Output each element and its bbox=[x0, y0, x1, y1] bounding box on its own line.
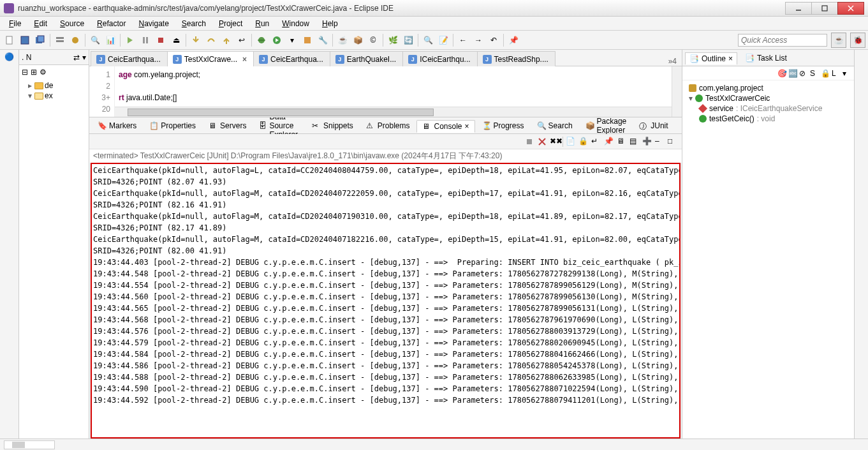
outline-tab-outline[interactable]: 📑Outline × bbox=[685, 52, 737, 64]
menu-window[interactable]: Window bbox=[276, 18, 316, 29]
menu-refactor[interactable]: Refactor bbox=[91, 18, 132, 29]
open-console-icon[interactable]: ▤ bbox=[629, 137, 640, 147]
quick-access-input[interactable] bbox=[738, 34, 827, 47]
pin-icon[interactable]: 📌 bbox=[506, 33, 520, 47]
editor-tab[interactable]: JEarthQuakeI... bbox=[330, 51, 403, 66]
editor-horizontal-scrollbar[interactable] bbox=[115, 107, 672, 117]
save-icon[interactable] bbox=[18, 33, 32, 47]
tab-markers[interactable]: 🔖Markers bbox=[92, 119, 142, 132]
new-package-icon[interactable]: 📦 bbox=[351, 33, 365, 47]
editor-tab[interactable]: JCeicEarthqua... bbox=[253, 51, 330, 66]
run-configs-icon[interactable]: ▾ bbox=[285, 33, 299, 47]
tree-item-ex[interactable]: ▾ex bbox=[20, 91, 87, 101]
remove-launch-icon[interactable] bbox=[537, 137, 547, 147]
close-button[interactable] bbox=[837, 2, 864, 15]
save-all-icon[interactable] bbox=[33, 33, 47, 47]
toggle-breadcrumb-icon[interactable] bbox=[53, 33, 67, 47]
console-output[interactable]: CeicEarthquake(pkId=null, autoFlag=L, ca… bbox=[91, 163, 680, 439]
tab-overflow[interactable]: »4 bbox=[663, 57, 682, 66]
tab-search[interactable]: 🔍Search bbox=[531, 119, 578, 132]
view-menu-icon[interactable]: ▾ bbox=[82, 53, 86, 62]
focus-icon[interactable]: 🎯 bbox=[777, 69, 786, 78]
editor-tab[interactable]: JICeicEarthqu... bbox=[402, 51, 477, 66]
terminate-icon[interactable] bbox=[154, 33, 168, 47]
close-tab-icon[interactable]: × bbox=[242, 55, 247, 64]
tab-servers[interactable]: 🖥Servers bbox=[203, 119, 252, 132]
hide-local-icon[interactable]: L bbox=[832, 69, 841, 78]
menu-help[interactable]: Help bbox=[316, 18, 344, 29]
menu-run[interactable]: Run bbox=[249, 18, 276, 29]
step-return-icon[interactable] bbox=[219, 33, 233, 47]
hierarchy-icon[interactable]: 📊 bbox=[103, 33, 117, 47]
close-view-icon[interactable]: × bbox=[465, 122, 469, 131]
disconnect-icon[interactable]: ⏏ bbox=[169, 33, 183, 47]
status-scrollbar[interactable] bbox=[4, 440, 55, 449]
clear-console-icon[interactable]: 📄 bbox=[566, 137, 576, 147]
remove-all-icon[interactable]: ✖✖ bbox=[550, 137, 560, 147]
outline-item[interactable]: ▾ TestXxlCrawerCeic bbox=[685, 93, 851, 103]
editor-tab[interactable]: JCeicEarthqua... bbox=[91, 51, 168, 66]
terminate-console-icon[interactable] bbox=[524, 137, 534, 147]
menu-project[interactable]: Project bbox=[212, 18, 249, 29]
outline-item[interactable]: testGetCeic() : void bbox=[685, 114, 851, 124]
hide-static-icon[interactable]: S bbox=[810, 69, 819, 78]
perspective-debug-icon[interactable]: 🐞 bbox=[850, 33, 865, 48]
minimize-button[interactable] bbox=[785, 2, 812, 15]
editor-tab[interactable]: JTestXxlCrawe...× bbox=[167, 51, 254, 66]
collapse-all-icon[interactable]: ⊟ bbox=[22, 68, 28, 77]
hide-fields-icon[interactable]: ⊘ bbox=[799, 69, 808, 78]
scroll-lock-icon[interactable]: 🔒 bbox=[578, 137, 589, 147]
menu-search[interactable]: Search bbox=[175, 18, 212, 29]
link-editor-icon[interactable]: ⇄ bbox=[73, 53, 80, 62]
debug-icon[interactable] bbox=[254, 33, 268, 47]
tab-progress[interactable]: ⏳Progress bbox=[476, 119, 530, 132]
new-java-icon[interactable]: ☕ bbox=[335, 33, 349, 47]
pin-console-icon[interactable]: 📌 bbox=[604, 137, 614, 147]
tab-junit[interactable]: ⒿJUnit bbox=[633, 119, 673, 132]
git-icon[interactable]: 🌿 bbox=[386, 33, 400, 47]
tab-snippets[interactable]: ✂Snippets bbox=[306, 119, 359, 132]
outline-menu-icon[interactable]: ▾ bbox=[842, 69, 851, 78]
code-editor[interactable]: 123+20 age com.yelang.project; rt java.u… bbox=[89, 66, 682, 117]
sync-icon[interactable]: 🔄 bbox=[401, 33, 415, 47]
outline-item[interactable]: com.yelang.project bbox=[685, 83, 851, 93]
tab-package-explorer[interactable]: 📦Package Explorer bbox=[580, 115, 633, 137]
display-console-icon[interactable]: 🖥 bbox=[617, 137, 627, 147]
forward-icon[interactable]: → bbox=[471, 33, 485, 47]
editor-vertical-scrollbar[interactable] bbox=[672, 66, 682, 117]
minimize-view-icon[interactable]: – bbox=[655, 137, 665, 147]
new-console-icon[interactable]: ➕ bbox=[642, 137, 652, 147]
menu-navigate[interactable]: Navigate bbox=[132, 18, 175, 29]
step-into-icon[interactable] bbox=[189, 33, 203, 47]
build-icon[interactable] bbox=[68, 33, 82, 47]
word-wrap-icon[interactable]: ↵ bbox=[591, 137, 601, 147]
coverage-icon[interactable] bbox=[300, 33, 314, 47]
menu-file[interactable]: File bbox=[3, 18, 27, 29]
editor-tab[interactable]: JTestReadShp.... bbox=[477, 51, 555, 66]
maximize-button[interactable] bbox=[811, 2, 838, 15]
run-icon[interactable] bbox=[270, 33, 284, 47]
tree-item-de[interactable]: ▸de bbox=[20, 80, 87, 91]
annotations-icon[interactable]: 📝 bbox=[436, 33, 450, 47]
suspend-icon[interactable] bbox=[138, 33, 152, 47]
new-class-icon[interactable]: © bbox=[366, 33, 380, 47]
breakpoints-icon[interactable]: 🔵 bbox=[4, 52, 15, 63]
external-tools-icon[interactable]: 🔧 bbox=[316, 33, 330, 47]
expand-all-icon[interactable]: ⊞ bbox=[31, 68, 37, 77]
tab-problems[interactable]: ⚠Problems bbox=[360, 119, 416, 132]
hide-non-public-icon[interactable]: 🔒 bbox=[821, 69, 830, 78]
outline-item[interactable]: service : ICeicEarthquakeService bbox=[685, 103, 851, 114]
perspective-java-icon[interactable]: ☕ bbox=[831, 33, 846, 48]
maximize-view-icon[interactable]: □ bbox=[668, 137, 678, 147]
open-type-icon[interactable]: 🔍 bbox=[88, 33, 102, 47]
resume-icon[interactable] bbox=[123, 33, 137, 47]
tab-properties[interactable]: 📋Properties bbox=[143, 119, 202, 132]
drop-frame-icon[interactable]: ↩ bbox=[235, 33, 249, 47]
menu-edit[interactable]: Edit bbox=[27, 18, 54, 29]
filter-icon[interactable]: ⚙ bbox=[40, 68, 47, 77]
search-tb-icon[interactable]: 🔍 bbox=[421, 33, 435, 47]
sort-icon[interactable]: 🔤 bbox=[788, 69, 797, 78]
tab-debug[interactable]: 🐞Debug bbox=[675, 119, 682, 132]
step-over-icon[interactable] bbox=[204, 33, 218, 47]
back-icon[interactable]: ← bbox=[456, 33, 470, 47]
